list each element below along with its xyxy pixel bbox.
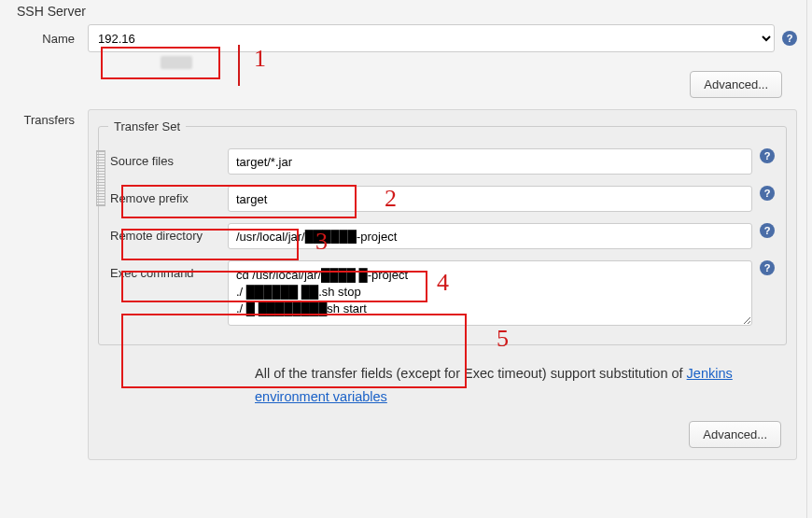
transfers-label: Transfers bbox=[17, 109, 88, 460]
advanced-button-top[interactable]: Advanced... bbox=[690, 71, 782, 98]
section-title: SSH Server bbox=[0, 2, 806, 24]
name-label: Name bbox=[17, 24, 88, 46]
drag-handle-icon[interactable] bbox=[96, 150, 105, 206]
transfer-set-legend: Transfer Set bbox=[108, 119, 186, 133]
help-icon[interactable]: ? bbox=[760, 148, 775, 163]
redacted-block bbox=[161, 56, 192, 69]
remove-prefix-input[interactable] bbox=[228, 186, 752, 212]
exec-command-textarea[interactable] bbox=[228, 260, 752, 326]
transfer-set-fieldset: Transfer Set Source files ? Remove prefi… bbox=[98, 119, 787, 345]
help-icon[interactable]: ? bbox=[782, 31, 797, 46]
help-icon[interactable]: ? bbox=[760, 260, 775, 275]
help-icon[interactable]: ? bbox=[760, 186, 775, 201]
advanced-button-bottom[interactable]: Advanced... bbox=[689, 421, 781, 448]
remove-prefix-label: Remove prefix bbox=[110, 186, 228, 205]
source-files-input[interactable] bbox=[228, 148, 752, 175]
source-files-label: Source files bbox=[110, 148, 228, 168]
ssh-name-select[interactable]: 192.16 bbox=[88, 24, 775, 52]
remote-directory-label: Remote directory bbox=[110, 223, 228, 243]
right-divider bbox=[806, 0, 812, 518]
help-icon[interactable]: ? bbox=[760, 223, 775, 238]
remote-directory-input[interactable] bbox=[228, 223, 752, 249]
transfers-panel: Transfer Set Source files ? Remove prefi… bbox=[88, 109, 797, 460]
exec-command-label: Exec command bbox=[110, 260, 228, 280]
transfer-note: All of the transfer fields (except for E… bbox=[255, 362, 761, 408]
